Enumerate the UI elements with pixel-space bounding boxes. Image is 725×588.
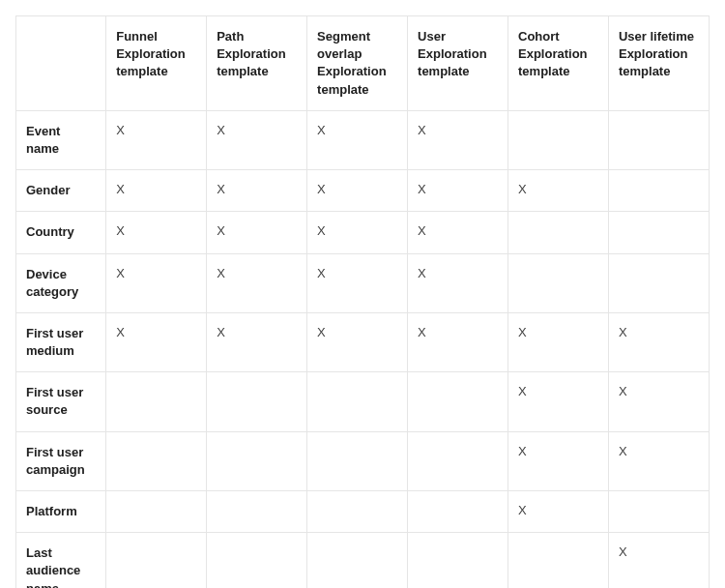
cell: [408, 533, 508, 588]
row-header: Last audience name: [16, 533, 106, 588]
table-row: Gender X X X X X: [16, 170, 710, 212]
cell: X: [106, 212, 207, 253]
cell: X: [207, 170, 307, 212]
col-header: Cohort Exploration template: [508, 16, 609, 111]
cell: X: [307, 110, 408, 169]
table-row: Last audience name X: [16, 533, 710, 588]
cell: X: [608, 431, 709, 490]
table-row: Country X X X X: [16, 212, 710, 253]
cell: X: [207, 110, 307, 169]
cell: X: [106, 170, 207, 212]
cell: X: [608, 372, 709, 431]
cell: X: [508, 170, 609, 212]
cell: X: [307, 170, 408, 212]
cell: [207, 533, 307, 588]
row-header: Gender: [16, 170, 106, 212]
cell: [508, 253, 609, 312]
cell: X: [307, 212, 408, 253]
cell: [408, 431, 508, 490]
cell: [106, 491, 207, 533]
cell: X: [207, 253, 307, 312]
row-header: First user source: [16, 372, 106, 431]
col-header: User Exploration template: [408, 16, 508, 111]
cell: X: [408, 212, 508, 253]
cell: X: [408, 110, 508, 169]
cell: X: [608, 312, 709, 371]
cell: [508, 110, 609, 169]
cell: [307, 372, 408, 431]
cell: [608, 170, 709, 212]
cell: X: [408, 312, 508, 371]
cell: [408, 372, 508, 431]
col-header: Path Exploration template: [207, 16, 307, 111]
row-header: Platform: [16, 491, 106, 533]
cell: X: [307, 253, 408, 312]
cell: X: [408, 170, 508, 212]
row-header: Country: [16, 212, 106, 253]
cell: X: [307, 312, 408, 371]
cell: [608, 110, 709, 169]
exploration-templates-table: Funnel Exploration template Path Explora…: [15, 15, 710, 588]
row-header: Event name: [16, 110, 106, 169]
table-row: Event name X X X X: [16, 110, 710, 169]
cell: X: [508, 491, 609, 533]
row-header: First user medium: [16, 312, 106, 371]
cell: [408, 491, 508, 533]
cell: [106, 533, 207, 588]
cell: X: [207, 212, 307, 253]
cell: X: [508, 312, 609, 371]
col-header: Funnel Exploration template: [106, 16, 207, 111]
cell: [608, 491, 709, 533]
cell: X: [207, 312, 307, 371]
cell: [307, 491, 408, 533]
cell: X: [106, 312, 207, 371]
table-row: Device category X X X X: [16, 253, 710, 312]
cell: [207, 491, 307, 533]
cell: X: [408, 253, 508, 312]
table-row: Platform X: [16, 491, 710, 533]
cell: X: [608, 533, 709, 588]
cell: [106, 372, 207, 431]
cell: [608, 212, 709, 253]
cell: [508, 212, 609, 253]
cell: X: [508, 372, 609, 431]
table-row: First user medium X X X X X X: [16, 312, 710, 371]
cell: X: [106, 253, 207, 312]
table-row: First user source X X: [16, 372, 710, 431]
cell: [508, 533, 609, 588]
col-header: Segment overlap Exploration template: [307, 16, 408, 111]
cell: [307, 431, 408, 490]
cell: [608, 253, 709, 312]
cell: X: [106, 110, 207, 169]
col-header: User lifetime Exploration template: [608, 16, 709, 111]
cell: [207, 372, 307, 431]
row-header: Device category: [16, 253, 106, 312]
table-corner: [16, 16, 106, 111]
cell: [207, 431, 307, 490]
cell: [106, 431, 207, 490]
cell: X: [508, 431, 609, 490]
cell: [307, 533, 408, 588]
table-row: First user campaign X X: [16, 431, 710, 490]
row-header: First user campaign: [16, 431, 106, 490]
